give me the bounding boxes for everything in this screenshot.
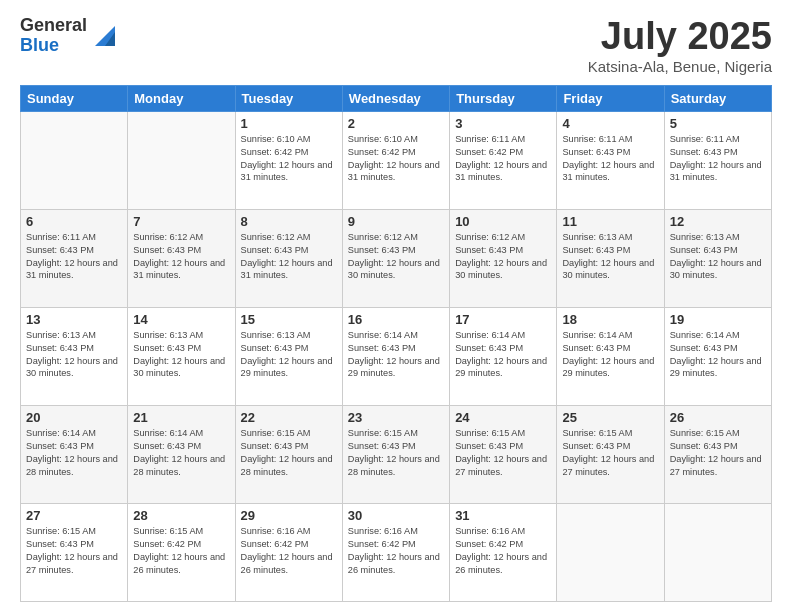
calendar-cell: 15Sunrise: 6:13 AM Sunset: 6:43 PM Dayli… bbox=[235, 307, 342, 405]
day-number: 10 bbox=[455, 214, 551, 229]
day-number: 9 bbox=[348, 214, 444, 229]
week-row-1: 1Sunrise: 6:10 AM Sunset: 6:42 PM Daylig… bbox=[21, 111, 772, 209]
day-number: 27 bbox=[26, 508, 122, 523]
calendar-cell: 5Sunrise: 6:11 AM Sunset: 6:43 PM Daylig… bbox=[664, 111, 771, 209]
day-info: Sunrise: 6:16 AM Sunset: 6:42 PM Dayligh… bbox=[455, 525, 551, 577]
day-number: 11 bbox=[562, 214, 658, 229]
weekday-header-saturday: Saturday bbox=[664, 85, 771, 111]
week-row-2: 6Sunrise: 6:11 AM Sunset: 6:43 PM Daylig… bbox=[21, 209, 772, 307]
day-number: 15 bbox=[241, 312, 337, 327]
calendar-cell: 14Sunrise: 6:13 AM Sunset: 6:43 PM Dayli… bbox=[128, 307, 235, 405]
title-block: July 2025 Katsina-Ala, Benue, Nigeria bbox=[588, 16, 772, 75]
calendar-cell: 10Sunrise: 6:12 AM Sunset: 6:43 PM Dayli… bbox=[450, 209, 557, 307]
calendar-cell bbox=[557, 503, 664, 601]
day-info: Sunrise: 6:15 AM Sunset: 6:43 PM Dayligh… bbox=[562, 427, 658, 479]
calendar-cell: 16Sunrise: 6:14 AM Sunset: 6:43 PM Dayli… bbox=[342, 307, 449, 405]
calendar-cell: 18Sunrise: 6:14 AM Sunset: 6:43 PM Dayli… bbox=[557, 307, 664, 405]
day-number: 22 bbox=[241, 410, 337, 425]
header: General Blue July 2025 Katsina-Ala, Benu… bbox=[20, 16, 772, 75]
day-number: 5 bbox=[670, 116, 766, 131]
logo-text: General Blue bbox=[20, 16, 87, 56]
calendar-cell bbox=[664, 503, 771, 601]
day-info: Sunrise: 6:15 AM Sunset: 6:42 PM Dayligh… bbox=[133, 525, 229, 577]
day-info: Sunrise: 6:11 AM Sunset: 6:42 PM Dayligh… bbox=[455, 133, 551, 185]
day-number: 29 bbox=[241, 508, 337, 523]
day-info: Sunrise: 6:15 AM Sunset: 6:43 PM Dayligh… bbox=[241, 427, 337, 479]
day-info: Sunrise: 6:16 AM Sunset: 6:42 PM Dayligh… bbox=[241, 525, 337, 577]
day-info: Sunrise: 6:13 AM Sunset: 6:43 PM Dayligh… bbox=[241, 329, 337, 381]
day-number: 25 bbox=[562, 410, 658, 425]
day-info: Sunrise: 6:14 AM Sunset: 6:43 PM Dayligh… bbox=[348, 329, 444, 381]
calendar-cell: 22Sunrise: 6:15 AM Sunset: 6:43 PM Dayli… bbox=[235, 405, 342, 503]
calendar-cell: 26Sunrise: 6:15 AM Sunset: 6:43 PM Dayli… bbox=[664, 405, 771, 503]
day-info: Sunrise: 6:13 AM Sunset: 6:43 PM Dayligh… bbox=[562, 231, 658, 283]
calendar-cell: 29Sunrise: 6:16 AM Sunset: 6:42 PM Dayli… bbox=[235, 503, 342, 601]
calendar-cell: 25Sunrise: 6:15 AM Sunset: 6:43 PM Dayli… bbox=[557, 405, 664, 503]
day-info: Sunrise: 6:14 AM Sunset: 6:43 PM Dayligh… bbox=[133, 427, 229, 479]
day-info: Sunrise: 6:10 AM Sunset: 6:42 PM Dayligh… bbox=[348, 133, 444, 185]
week-row-5: 27Sunrise: 6:15 AM Sunset: 6:43 PM Dayli… bbox=[21, 503, 772, 601]
logo-triangle-icon bbox=[91, 22, 119, 50]
calendar-cell: 11Sunrise: 6:13 AM Sunset: 6:43 PM Dayli… bbox=[557, 209, 664, 307]
page: General Blue July 2025 Katsina-Ala, Benu… bbox=[0, 0, 792, 612]
calendar-cell: 19Sunrise: 6:14 AM Sunset: 6:43 PM Dayli… bbox=[664, 307, 771, 405]
day-number: 30 bbox=[348, 508, 444, 523]
calendar-cell: 4Sunrise: 6:11 AM Sunset: 6:43 PM Daylig… bbox=[557, 111, 664, 209]
calendar-cell: 28Sunrise: 6:15 AM Sunset: 6:42 PM Dayli… bbox=[128, 503, 235, 601]
day-number: 2 bbox=[348, 116, 444, 131]
weekday-header-monday: Monday bbox=[128, 85, 235, 111]
calendar-cell: 20Sunrise: 6:14 AM Sunset: 6:43 PM Dayli… bbox=[21, 405, 128, 503]
day-number: 17 bbox=[455, 312, 551, 327]
day-number: 21 bbox=[133, 410, 229, 425]
calendar-cell: 9Sunrise: 6:12 AM Sunset: 6:43 PM Daylig… bbox=[342, 209, 449, 307]
day-info: Sunrise: 6:15 AM Sunset: 6:43 PM Dayligh… bbox=[670, 427, 766, 479]
day-info: Sunrise: 6:16 AM Sunset: 6:42 PM Dayligh… bbox=[348, 525, 444, 577]
day-info: Sunrise: 6:11 AM Sunset: 6:43 PM Dayligh… bbox=[562, 133, 658, 185]
calendar-cell: 7Sunrise: 6:12 AM Sunset: 6:43 PM Daylig… bbox=[128, 209, 235, 307]
calendar-cell: 8Sunrise: 6:12 AM Sunset: 6:43 PM Daylig… bbox=[235, 209, 342, 307]
day-info: Sunrise: 6:14 AM Sunset: 6:43 PM Dayligh… bbox=[562, 329, 658, 381]
month-title: July 2025 bbox=[588, 16, 772, 58]
calendar-table: SundayMondayTuesdayWednesdayThursdayFrid… bbox=[20, 85, 772, 602]
calendar-cell: 30Sunrise: 6:16 AM Sunset: 6:42 PM Dayli… bbox=[342, 503, 449, 601]
day-info: Sunrise: 6:12 AM Sunset: 6:43 PM Dayligh… bbox=[133, 231, 229, 283]
day-number: 23 bbox=[348, 410, 444, 425]
day-info: Sunrise: 6:14 AM Sunset: 6:43 PM Dayligh… bbox=[455, 329, 551, 381]
day-number: 28 bbox=[133, 508, 229, 523]
day-number: 18 bbox=[562, 312, 658, 327]
calendar-cell: 2Sunrise: 6:10 AM Sunset: 6:42 PM Daylig… bbox=[342, 111, 449, 209]
day-number: 1 bbox=[241, 116, 337, 131]
calendar-cell: 31Sunrise: 6:16 AM Sunset: 6:42 PM Dayli… bbox=[450, 503, 557, 601]
calendar-cell: 3Sunrise: 6:11 AM Sunset: 6:42 PM Daylig… bbox=[450, 111, 557, 209]
day-number: 12 bbox=[670, 214, 766, 229]
day-number: 14 bbox=[133, 312, 229, 327]
day-number: 20 bbox=[26, 410, 122, 425]
day-info: Sunrise: 6:15 AM Sunset: 6:43 PM Dayligh… bbox=[455, 427, 551, 479]
calendar-cell: 21Sunrise: 6:14 AM Sunset: 6:43 PM Dayli… bbox=[128, 405, 235, 503]
logo: General Blue bbox=[20, 16, 119, 56]
day-info: Sunrise: 6:14 AM Sunset: 6:43 PM Dayligh… bbox=[26, 427, 122, 479]
weekday-header-tuesday: Tuesday bbox=[235, 85, 342, 111]
calendar-cell: 13Sunrise: 6:13 AM Sunset: 6:43 PM Dayli… bbox=[21, 307, 128, 405]
calendar-cell: 24Sunrise: 6:15 AM Sunset: 6:43 PM Dayli… bbox=[450, 405, 557, 503]
calendar-cell: 17Sunrise: 6:14 AM Sunset: 6:43 PM Dayli… bbox=[450, 307, 557, 405]
day-info: Sunrise: 6:11 AM Sunset: 6:43 PM Dayligh… bbox=[670, 133, 766, 185]
day-info: Sunrise: 6:13 AM Sunset: 6:43 PM Dayligh… bbox=[26, 329, 122, 381]
week-row-4: 20Sunrise: 6:14 AM Sunset: 6:43 PM Dayli… bbox=[21, 405, 772, 503]
day-number: 13 bbox=[26, 312, 122, 327]
location-subtitle: Katsina-Ala, Benue, Nigeria bbox=[588, 58, 772, 75]
day-number: 6 bbox=[26, 214, 122, 229]
day-info: Sunrise: 6:15 AM Sunset: 6:43 PM Dayligh… bbox=[348, 427, 444, 479]
day-number: 3 bbox=[455, 116, 551, 131]
weekday-header-thursday: Thursday bbox=[450, 85, 557, 111]
day-info: Sunrise: 6:10 AM Sunset: 6:42 PM Dayligh… bbox=[241, 133, 337, 185]
calendar-cell: 27Sunrise: 6:15 AM Sunset: 6:43 PM Dayli… bbox=[21, 503, 128, 601]
calendar-cell: 12Sunrise: 6:13 AM Sunset: 6:43 PM Dayli… bbox=[664, 209, 771, 307]
weekday-header-row: SundayMondayTuesdayWednesdayThursdayFrid… bbox=[21, 85, 772, 111]
day-info: Sunrise: 6:13 AM Sunset: 6:43 PM Dayligh… bbox=[133, 329, 229, 381]
calendar-cell bbox=[128, 111, 235, 209]
week-row-3: 13Sunrise: 6:13 AM Sunset: 6:43 PM Dayli… bbox=[21, 307, 772, 405]
calendar-cell: 1Sunrise: 6:10 AM Sunset: 6:42 PM Daylig… bbox=[235, 111, 342, 209]
weekday-header-friday: Friday bbox=[557, 85, 664, 111]
day-info: Sunrise: 6:12 AM Sunset: 6:43 PM Dayligh… bbox=[348, 231, 444, 283]
